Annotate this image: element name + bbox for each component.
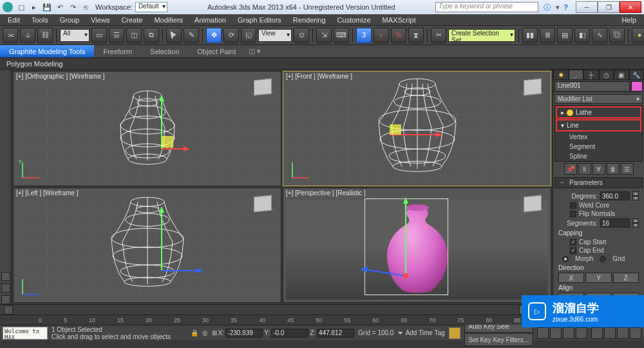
menu-customize[interactable]: Customize [332,16,376,24]
snap-toggle-icon[interactable]: 3 [356,28,372,43]
viewport-left[interactable]: [+] [Left ] [Wireframe ] [13,188,281,303]
menu-modifiers[interactable]: Modifiers [149,16,188,24]
weldcore-checkbox[interactable] [570,202,576,209]
segments-spinbtns[interactable]: ▲▼ [632,218,639,227]
align-icon[interactable]: ≣ [540,28,555,43]
menu-animation[interactable]: Animation [189,16,231,24]
curve-editor-icon[interactable]: ∿ [592,28,607,43]
degrees-spinner[interactable]: 360.0 [600,191,630,200]
paint-select-icon[interactable]: ✎ [184,28,199,43]
tab-utilities-icon[interactable]: 🔧 [629,70,645,80]
qat-open-icon[interactable]: ▸ [28,1,40,13]
schematic-icon[interactable]: ⿻ [609,28,625,43]
infocenter-icon[interactable]: ⓘ [544,3,551,12]
maximize-viewport-icon[interactable] [630,327,641,339]
menu-help[interactable]: Help [616,16,641,24]
select-and-rotate-icon[interactable]: ⟳ [223,28,239,43]
use-center-icon[interactable]: ⊙ [294,28,309,43]
select-by-name-icon[interactable]: ☰ [109,28,124,43]
ribbon-tab-objectpaint[interactable]: Object Paint [188,45,245,57]
manipulate-icon[interactable]: ⇲ [316,28,332,43]
setkey-button[interactable]: Set Key Key Filters... [464,333,533,346]
tab-create-icon[interactable]: ✸ [553,70,569,80]
object-name-field[interactable]: Line001 [554,81,630,92]
play-icon[interactable] [563,327,574,339]
viewport-perspective[interactable]: [+] [Perspective ] [Realistic ] [283,188,551,303]
morph-radio[interactable] [562,256,569,262]
menu-group[interactable]: Group [55,16,85,24]
help-icon[interactable]: ? [564,3,568,11]
timeline-minitrack-icon[interactable] [4,305,13,314]
viewport-front-label[interactable]: [+] [Front ] [Wireframe ] [286,73,352,80]
ref-coord-combo[interactable]: View [258,29,292,42]
ribbon-tab-freeform[interactable]: Freeform [94,45,141,57]
coord-y-field[interactable]: -0.0 [271,329,308,338]
close-button[interactable]: ✕ [620,1,641,13]
viewport-top-label[interactable]: [+] [Orthographic ] [Wireframe ] [16,73,105,80]
menu-views[interactable]: Views [86,16,115,24]
orbit-icon[interactable] [617,327,629,339]
segments-spinner[interactable]: 16 [600,218,630,227]
show-end-result-icon[interactable]: Ⅱ [578,163,591,175]
flipnormals-checkbox[interactable] [570,211,576,217]
select-and-move-icon[interactable]: ✥ [206,28,222,43]
ribbon-tab-graphite[interactable]: Graphite Modeling Tools [0,45,94,57]
left-quad3-icon[interactable] [1,295,10,304]
time-tag-icon[interactable]: ⏷ Add Time Tag [397,329,444,336]
mirror-icon[interactable]: ▮▮ [522,28,538,43]
set-key-bigbutton[interactable] [449,327,460,339]
degrees-spinbtns[interactable]: ▲▼ [632,191,639,200]
direction-y-button[interactable]: Y [585,273,611,283]
goto-start-icon[interactable] [537,327,549,339]
workspace-combo[interactable]: Default [135,2,167,12]
link-icon[interactable]: ⫘ [3,28,18,43]
select-region-icon[interactable]: ◫ [126,28,142,43]
menu-tools[interactable]: Tools [26,16,53,24]
capend-checkbox[interactable]: ✓ [570,247,576,254]
grid-radio[interactable] [600,256,606,262]
pin-stack-icon[interactable]: 📌 [564,163,577,175]
stack-sub-spline[interactable]: Spline [555,151,642,161]
left-quad2-icon[interactable] [1,284,10,293]
select-icon[interactable] [166,28,182,43]
viewcube-left[interactable] [251,192,274,215]
menu-maxscript[interactable]: MAXScript [377,16,421,24]
lock-selection-icon[interactable]: 🔒 [191,329,198,336]
coord-z-field[interactable]: 447.812 [317,329,354,338]
spinner-snap-icon[interactable]: ⧗ [408,28,424,43]
zoom-icon[interactable] [604,327,616,339]
material-editor-icon[interactable]: ● [632,28,644,43]
graphite-icon[interactable]: ◧ [574,28,590,43]
selection-filter-combo[interactable]: All [60,29,90,42]
menu-edit[interactable]: Edit [3,16,25,24]
tab-display-icon[interactable]: ▣ [614,70,629,80]
window-crossing-icon[interactable]: ⧉ [144,28,159,43]
absolute-icon[interactable]: ⊞ [212,329,217,336]
ribbon-tab-selection[interactable]: Selection [141,45,188,57]
qat-link-icon[interactable]: ⎋ [80,1,91,13]
viewcube-persp[interactable] [521,192,544,215]
lightbulb-icon[interactable] [567,110,573,116]
viewport-top[interactable]: [+] [Orthographic ] [Wireframe ] [13,71,281,186]
percent-snap-icon[interactable]: % [391,28,406,43]
viewcube-front[interactable] [521,75,544,99]
keyboard-shortcut-icon[interactable]: ⌨ [334,28,349,43]
object-color-chip[interactable] [631,81,643,92]
pan-icon[interactable] [591,327,603,339]
stack-item-lathe[interactable]: ▸Lathe [556,106,641,119]
rollout-parameters-header[interactable]: −Parameters [554,177,643,188]
prev-frame-icon[interactable] [550,327,562,339]
polygon-modeling-panel-label[interactable]: Polygon Modeling [0,58,644,70]
isolate-icon[interactable]: ◎ [202,329,208,336]
menu-create[interactable]: Create [116,16,147,24]
infocenter-search[interactable]: Type a keyword or phrase [435,2,538,12]
unlink-icon[interactable]: ⫝ [20,28,35,43]
menu-rendering[interactable]: Rendering [288,16,331,24]
next-frame-icon[interactable] [576,327,587,339]
select-and-scale-icon[interactable]: ◱ [241,28,256,43]
tab-hierarchy-icon[interactable]: ┼ [583,70,599,80]
layers-icon[interactable]: ▤ [557,28,573,43]
maxscript-listener[interactable]: Welcome to MAX [3,327,48,340]
qat-save-icon[interactable]: 💾 [41,1,53,13]
bind-icon[interactable]: ⛓ [37,28,53,43]
